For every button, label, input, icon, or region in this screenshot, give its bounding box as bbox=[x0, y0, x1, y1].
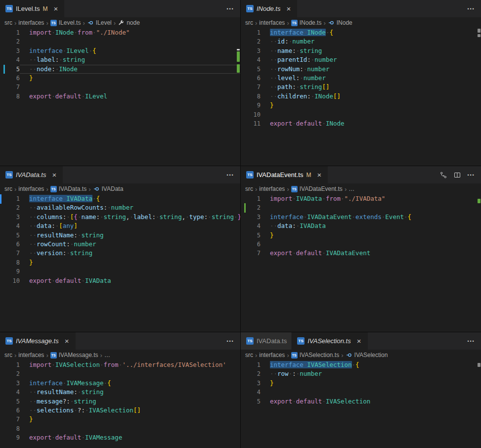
code-line[interactable]: 3interface·ILevel·{ bbox=[0, 46, 240, 55]
more-actions-button[interactable]: ··· bbox=[226, 171, 234, 179]
breadcrumb-item[interactable]: … bbox=[104, 352, 110, 358]
code-line[interactable]: 11export·default·INode bbox=[241, 119, 481, 128]
breadcrumb-item[interactable]: src bbox=[4, 19, 12, 26]
code-line[interactable]: 7··version:·string bbox=[0, 249, 240, 258]
tab-IVAMessage.ts[interactable]: TSIVAMessage.ts× bbox=[0, 332, 76, 350]
code-editor[interactable]: 1import·INode·from·"./INode"23interface·… bbox=[0, 28, 240, 166]
tab-close-icon[interactable]: × bbox=[355, 337, 363, 345]
breadcrumb-item[interactable]: IVAData bbox=[93, 185, 124, 192]
code-line[interactable]: 4··label:·string bbox=[0, 55, 240, 64]
split-editor-button[interactable] bbox=[453, 171, 461, 179]
code-line[interactable]: 6··level:·number bbox=[241, 74, 481, 83]
tab-IVASelection.ts[interactable]: TSIVASelection.ts× bbox=[292, 332, 368, 350]
code-line[interactable]: 4··data:·[any] bbox=[0, 222, 240, 230]
tab-IVADataEvent.ts[interactable]: TSIVADataEvent.tsM× bbox=[241, 166, 328, 183]
breadcrumb-item[interactable]: node bbox=[118, 19, 140, 26]
breadcrumb-item[interactable]: INode bbox=[328, 19, 352, 26]
tab-INode.ts[interactable]: TSINode.ts× bbox=[241, 0, 298, 17]
code-editor[interactable]: 1interface·IVAData·{2··availableRowCount… bbox=[0, 194, 240, 332]
code-line[interactable]: 2 bbox=[0, 37, 240, 46]
breadcrumb-item[interactable]: TSIVADataEvent.ts bbox=[291, 185, 343, 192]
tab-close-icon[interactable]: × bbox=[315, 171, 323, 179]
code-line[interactable]: 6} bbox=[0, 74, 240, 83]
breadcrumb-item[interactable]: TSIVAMessage.ts bbox=[50, 352, 98, 358]
tab-close-icon[interactable]: × bbox=[50, 171, 58, 179]
breadcrumb-item[interactable]: src bbox=[4, 352, 12, 358]
code-line[interactable]: 1interface·INode·{ bbox=[241, 28, 481, 37]
code-line[interactable]: 4··resultName:·string bbox=[0, 388, 240, 397]
breadcrumb-item[interactable]: interfaces bbox=[259, 19, 285, 26]
more-actions-button[interactable]: ··· bbox=[226, 337, 234, 345]
more-actions-button[interactable]: ··· bbox=[467, 4, 475, 13]
code-editor[interactable]: 1import·IVASelection·from·'../interfaces… bbox=[0, 360, 240, 448]
code-line[interactable]: 3··name:·string bbox=[241, 46, 481, 55]
tab-close-icon[interactable]: × bbox=[51, 4, 60, 13]
code-line[interactable]: 8export·default·ILevel bbox=[0, 92, 240, 101]
code-line[interactable]: 5export·default·IVASelection bbox=[241, 397, 481, 406]
code-line[interactable]: 5··resultName:·string bbox=[0, 231, 240, 240]
code-line[interactable]: 4··parentId:·number bbox=[241, 55, 481, 64]
code-line[interactable]: 1import·IVAData·from·"./IVAData" bbox=[241, 194, 481, 203]
breadcrumb-item[interactable]: src bbox=[245, 19, 253, 26]
code-line[interactable]: 1import·INode·from·"./INode" bbox=[0, 28, 240, 37]
more-actions-button[interactable]: ··· bbox=[467, 171, 475, 179]
breadcrumb-item[interactable]: … bbox=[349, 185, 354, 192]
code-line[interactable]: 4··data:·IVAData bbox=[241, 222, 481, 230]
code-editor[interactable]: 1interface·INode·{2··id:·number3··name:·… bbox=[241, 28, 481, 166]
code-editor[interactable]: 1interface·IVASelection·{2··row·:·number… bbox=[241, 360, 481, 448]
code-line[interactable]: 3··columns:·[{·name:·string,·label:·stri… bbox=[0, 213, 240, 222]
breadcrumb-item[interactable]: TSINode.ts bbox=[291, 19, 322, 26]
tab-IVAData.ts[interactable]: TSIVAData.ts× bbox=[0, 166, 63, 183]
code-line[interactable]: 5··rowNum:·number bbox=[241, 65, 481, 74]
code-line[interactable]: 2··availableRowCounts:·number bbox=[0, 203, 240, 212]
code-line[interactable]: 1interface·IVAData·{ bbox=[0, 194, 240, 203]
code-line[interactable]: 5··node:·INode bbox=[0, 65, 240, 74]
code-line[interactable]: 2··row·:·number bbox=[241, 369, 481, 378]
tab-close-icon[interactable]: × bbox=[284, 4, 293, 13]
code-line[interactable]: 2··id:·number bbox=[241, 37, 481, 46]
code-line[interactable]: 6 bbox=[241, 240, 481, 249]
code-line[interactable]: 3interface·IVADataEvent·extends·Event·{ bbox=[241, 213, 481, 222]
code-line[interactable]: 8··children:·INode[] bbox=[241, 92, 481, 101]
breadcrumb-item[interactable]: interfaces bbox=[259, 352, 285, 358]
breadcrumb-item[interactable]: TSILevel.ts bbox=[50, 19, 81, 26]
code-line[interactable]: 3interface·IVAMessage·{ bbox=[0, 379, 240, 388]
code-line[interactable]: 1import·IVASelection·from·'../interfaces… bbox=[0, 360, 240, 369]
more-actions-button[interactable]: ··· bbox=[226, 4, 234, 13]
breadcrumb-item[interactable]: src bbox=[4, 185, 12, 192]
code-line[interactable]: 9} bbox=[241, 101, 481, 110]
breadcrumb-item[interactable]: ILevel bbox=[87, 19, 112, 26]
code-line[interactable]: 7··path:·string[] bbox=[241, 83, 481, 91]
code-line[interactable]: 10 bbox=[241, 110, 481, 119]
tab-ILevel.ts[interactable]: TSILevel.tsM× bbox=[0, 0, 65, 17]
code-line[interactable]: 10export·default·IVAData bbox=[0, 276, 240, 285]
code-line[interactable]: 2 bbox=[0, 369, 240, 378]
code-line[interactable]: 8 bbox=[0, 424, 240, 433]
open-changes-button[interactable] bbox=[439, 171, 447, 179]
code-line[interactable]: 9 bbox=[0, 267, 240, 276]
code-line[interactable]: 5··message?:·string bbox=[0, 397, 240, 406]
code-line[interactable]: 9export·default·IVAMessage bbox=[0, 433, 240, 442]
breadcrumb-item[interactable]: interfaces bbox=[259, 185, 285, 192]
tab-close-icon[interactable]: × bbox=[63, 337, 71, 345]
code-line[interactable]: 6··selections·?:·IVASelection[] bbox=[0, 406, 240, 415]
code-line[interactable]: 4 bbox=[241, 388, 481, 397]
code-editor[interactable]: 1import·IVAData·from·"./IVAData"23interf… bbox=[241, 194, 481, 332]
code-line[interactable]: 5} bbox=[241, 231, 481, 240]
code-line[interactable]: 8} bbox=[0, 258, 240, 267]
breadcrumb-item[interactable]: TSIVASelection.ts bbox=[291, 352, 339, 358]
code-line[interactable]: 2 bbox=[241, 203, 481, 212]
code-line[interactable]: 6··rowCount:·number bbox=[0, 240, 240, 249]
tab-IVAData.ts[interactable]: TSIVAData.ts bbox=[241, 332, 292, 350]
breadcrumb-item[interactable]: interfaces bbox=[18, 185, 44, 192]
breadcrumb-item[interactable]: src bbox=[245, 185, 253, 192]
code-line[interactable]: 7export·default·IVADataEvent bbox=[241, 249, 481, 258]
breadcrumb-item[interactable]: interfaces bbox=[18, 352, 44, 358]
breadcrumb-item[interactable]: IVASelection bbox=[346, 352, 388, 358]
breadcrumb-item[interactable]: interfaces bbox=[18, 19, 44, 26]
code-line[interactable]: 3} bbox=[241, 379, 481, 388]
breadcrumb-item[interactable]: src bbox=[245, 352, 253, 358]
code-line[interactable]: 7} bbox=[0, 415, 240, 424]
breadcrumb-item[interactable]: TSIVAData.ts bbox=[50, 185, 87, 192]
more-actions-button[interactable]: ··· bbox=[467, 337, 475, 345]
